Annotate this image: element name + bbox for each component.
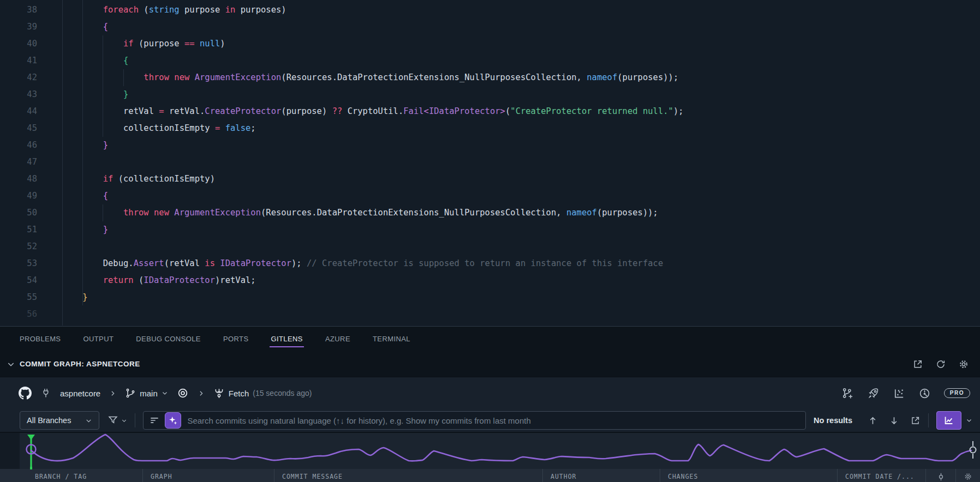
- commit-graph-icon[interactable]: [918, 387, 931, 400]
- line-number: 39: [0, 19, 37, 35]
- code-text: [37, 154, 62, 171]
- collapse-chevron-icon[interactable]: [7, 360, 15, 369]
- tab-output[interactable]: OUTPUT: [83, 335, 113, 343]
- scatter-chart-icon[interactable]: [893, 387, 905, 400]
- table-settings-gear-icon[interactable]: [956, 469, 980, 482]
- line-number: 52: [0, 238, 37, 255]
- code-line[interactable]: 55 }: [0, 289, 980, 306]
- code-text: Debug.Assert(retVal is IDataProtector); …: [37, 255, 663, 272]
- code-line[interactable]: 42 throw new ArgumentException(Resources…: [0, 69, 980, 86]
- tab-terminal[interactable]: TERMINAL: [373, 335, 410, 343]
- code-line[interactable]: 54 return (IDataProtector)retVal;: [0, 272, 980, 289]
- column-header-author[interactable]: AUTHOR: [543, 469, 660, 482]
- column-header-changes[interactable]: CHANGES: [660, 469, 838, 482]
- code-text: retVal = retVal.CreateProtector(purpose)…: [37, 103, 684, 120]
- line-number: 40: [0, 35, 37, 52]
- line-number: 45: [0, 120, 37, 137]
- code-text: }: [37, 289, 88, 306]
- commit-search-input[interactable]: [186, 415, 800, 426]
- branch-selector[interactable]: main: [125, 388, 168, 399]
- filter-lines-icon[interactable]: [149, 415, 160, 426]
- code-line[interactable]: 41 {: [0, 52, 980, 69]
- line-number: 44: [0, 103, 37, 120]
- line-number: 46: [0, 137, 37, 154]
- code-line[interactable]: 56: [0, 306, 980, 323]
- code-line[interactable]: 38 foreach (string purpose in purposes): [0, 2, 980, 19]
- tab-problems[interactable]: PROBLEMS: [20, 335, 61, 343]
- search-results-status: No results: [814, 416, 852, 425]
- column-header-branch-tag[interactable]: BRANCH / TAG: [0, 469, 143, 482]
- column-header-commit-message[interactable]: COMMIT MESSAGE: [274, 469, 543, 482]
- code-text: collectionIsEmpty = false;: [37, 120, 256, 137]
- fetch-button[interactable]: Fetch (15 seconds ago): [213, 388, 312, 399]
- arrow-down-icon[interactable]: [889, 415, 899, 426]
- line-number: 54: [0, 272, 37, 289]
- code-lines: 38 foreach (string purpose in purposes)3…: [0, 0, 980, 323]
- code-text: {: [37, 52, 128, 69]
- line-number: 49: [0, 188, 37, 204]
- code-text: if (collectionIsEmpty): [37, 171, 215, 188]
- code-line[interactable]: 43 }: [0, 86, 980, 103]
- create-branch-icon[interactable]: [841, 387, 854, 400]
- code-line[interactable]: 44 retVal = retVal.CreateProtector(purpo…: [0, 103, 980, 120]
- refresh-icon[interactable]: [935, 359, 946, 370]
- code-line[interactable]: 48 if (collectionIsEmpty): [0, 171, 980, 188]
- tab-debug-console[interactable]: DEBUG CONSOLE: [136, 335, 201, 343]
- code-line[interactable]: 47: [0, 154, 980, 171]
- line-number: 56: [0, 306, 37, 323]
- pro-badge[interactable]: PRO: [944, 388, 970, 398]
- chevron-down-icon: [121, 418, 127, 424]
- plug-icon[interactable]: [40, 388, 51, 399]
- code-line[interactable]: 40 if (purpose == null): [0, 35, 980, 52]
- code-line[interactable]: 51 }: [0, 221, 980, 238]
- tab-gitlens[interactable]: GITLENS: [271, 335, 302, 343]
- divider: [135, 413, 135, 427]
- target-icon[interactable]: [177, 387, 189, 399]
- github-logo-icon[interactable]: [19, 387, 32, 400]
- filter-dropdown[interactable]: [107, 414, 127, 426]
- code-line[interactable]: 49 {: [0, 188, 980, 204]
- tab-ports[interactable]: PORTS: [223, 335, 249, 343]
- code-text: }: [37, 86, 128, 103]
- divider: [928, 413, 929, 427]
- line-number: 53: [0, 255, 37, 272]
- code-text: if (purpose == null): [37, 35, 225, 52]
- chevron-down-icon: [85, 417, 92, 424]
- open-external-icon[interactable]: [910, 415, 921, 426]
- line-chart-toggle-button[interactable]: [936, 411, 961, 430]
- code-text: {: [37, 188, 108, 204]
- commit-node-column-icon[interactable]: [926, 469, 956, 482]
- tab-azure[interactable]: AZURE: [325, 335, 350, 343]
- column-header-commit-date[interactable]: COMMIT DATE /...: [838, 469, 926, 482]
- code-line[interactable]: 46 }: [0, 137, 980, 154]
- arrow-up-icon[interactable]: [868, 415, 878, 426]
- chevron-down-icon: [162, 390, 168, 396]
- ai-sparkle-icon[interactable]: [165, 412, 181, 429]
- git-branch-icon: [125, 388, 136, 399]
- code-line[interactable]: 53 Debug.Assert(retVal is IDataProtector…: [0, 255, 980, 272]
- minimap-wave: [0, 433, 980, 469]
- chevron-down-icon[interactable]: [966, 417, 972, 424]
- commit-search-row: All Branches: [0, 409, 980, 432]
- column-header-graph[interactable]: GRAPH: [143, 469, 274, 482]
- code-text: throw new ArgumentException(Resources.Da…: [37, 69, 678, 86]
- code-text: [37, 238, 62, 255]
- code-text: return (IDataProtector)retVal;: [37, 272, 256, 289]
- filter-funnel-icon: [107, 414, 119, 426]
- repo-name[interactable]: aspnetcore: [60, 389, 100, 398]
- chevron-right-icon: [109, 390, 116, 397]
- code-editor[interactable]: 38 foreach (string purpose in purposes)3…: [0, 0, 980, 326]
- line-number: 42: [0, 69, 37, 86]
- code-line[interactable]: 39 {: [0, 19, 980, 35]
- code-text: {: [37, 19, 108, 35]
- fetch-label: Fetch: [229, 389, 249, 398]
- branches-filter-dropdown[interactable]: All Branches: [20, 411, 99, 430]
- line-number: 41: [0, 52, 37, 69]
- code-line[interactable]: 52: [0, 238, 980, 255]
- code-line[interactable]: 45 collectionIsEmpty = false;: [0, 120, 980, 137]
- settings-gear-icon[interactable]: [958, 359, 969, 370]
- rocket-icon[interactable]: [867, 387, 880, 400]
- open-external-icon[interactable]: [912, 359, 923, 370]
- code-line[interactable]: 50 throw new ArgumentException(Resources…: [0, 204, 980, 221]
- commit-activity-minimap[interactable]: [0, 432, 980, 469]
